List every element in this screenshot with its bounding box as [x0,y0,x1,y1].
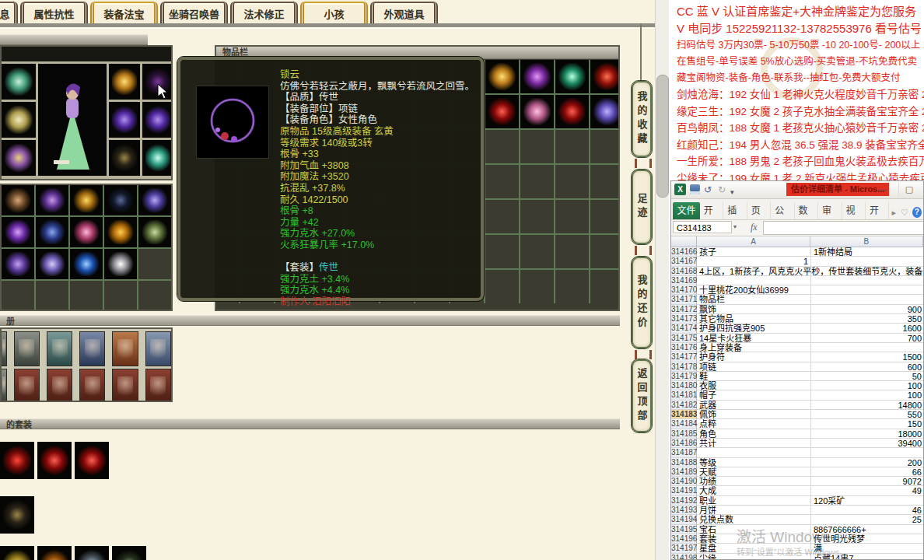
inventory-slot[interactable] [485,95,519,128]
treasure-slot[interactable] [36,249,68,279]
tab-法术修正[interactable]: 法术修正 [230,2,298,23]
cell-b[interactable]: 18000 [811,429,923,439]
ribbon-more-icon[interactable]: ▸ [889,205,898,219]
cell-a[interactable]: 1 [697,257,811,266]
row-header[interactable]: 314195 [671,525,697,534]
row-header[interactable]: 314186 [671,439,697,448]
inventory-slot[interactable] [520,270,554,303]
card-thumb[interactable] [47,369,72,402]
ribbon-tab-开发[interactable]: 开发 [866,202,889,219]
inventory-slot[interactable] [555,200,589,233]
card-thumb[interactable] [112,331,138,366]
treasure-slot[interactable] [138,281,171,311]
row-header[interactable]: 314179 [671,372,697,381]
cell-b[interactable]: 200 [811,458,923,467]
row-header[interactable]: 314173 [671,314,697,324]
inventory-slot[interactable] [555,130,589,163]
suit-item-slot[interactable] [37,546,72,560]
cell-b[interactable]: 39400 [811,439,923,448]
select-all-corner[interactable] [671,236,697,247]
card-thumb[interactable] [145,369,171,402]
inventory-slot[interactable] [520,60,554,93]
cell-b[interactable]: 120采矿 [811,496,923,506]
cell-b[interactable]: 46 [811,506,923,515]
row-header[interactable]: 314183 [671,410,697,419]
treasure-slot[interactable] [2,185,34,215]
tab-外观道具[interactable]: 外观道具 [370,2,438,23]
card-thumb-cut[interactable] [2,369,7,402]
cell-b[interactable]: 50 [811,372,923,381]
equip-slot[interactable] [109,64,140,100]
inventory-slot[interactable] [485,270,519,303]
treasure-slot[interactable] [138,249,171,279]
row-header[interactable]: 314196 [671,534,697,544]
cell-a[interactable]: 衣服 [697,381,811,390]
side-tab-返回顶部[interactable]: 返回顶部 [632,359,652,432]
treasure-slot[interactable] [2,281,34,311]
row-header[interactable]: 314166 [671,247,697,257]
cell-b[interactable]: 150 [811,419,923,429]
treasure-slot[interactable] [104,249,137,279]
cell-a[interactable]: 物品栏 [697,295,811,304]
cell-a[interactable]: 其它物品 [697,314,811,324]
inventory-slot[interactable] [590,270,620,303]
cell-a[interactable]: 天赋 [697,467,811,477]
treasure-slot[interactable] [70,249,103,279]
row-header[interactable]: 314191 [671,486,697,495]
heart-icon[interactable]: ♡ [898,205,911,219]
cell-a[interactable]: 14星卡火狂暴 [697,334,811,343]
row-header[interactable]: 314194 [671,515,697,524]
row-header[interactable]: 314193 [671,506,697,515]
inventory-slot[interactable] [485,60,519,93]
inventory-slot[interactable] [590,235,620,268]
treasure-slot[interactable] [138,185,171,215]
treasure-slot[interactable] [70,281,103,311]
row-header[interactable]: 314187 [671,448,697,457]
inventory-slot[interactable] [520,165,554,198]
cell-a[interactable]: 帽子 [697,390,811,400]
inventory-slot[interactable] [555,60,589,93]
treasure-slot[interactable] [36,217,68,247]
cell-a[interactable]: 职业 [697,496,811,506]
cell-b[interactable]: 700 [811,334,923,343]
ribbon-tab-插入[interactable]: 插入 [723,202,747,219]
cell-a[interactable]: 角色 [697,429,811,439]
row-header[interactable]: 314190 [671,477,697,486]
inventory-slot[interactable] [555,165,589,198]
row-header[interactable]: 314176 [671,343,697,352]
equip-slot[interactable] [109,140,140,176]
cell-b[interactable]: 1600 [811,324,923,333]
inventory-slot[interactable] [555,270,589,303]
row-header[interactable]: 314184 [671,419,697,429]
inventory-slot[interactable] [590,130,620,163]
cell-b[interactable] [811,285,923,295]
equip-slot[interactable] [142,102,173,138]
cell-b[interactable]: 25 [811,515,923,524]
inventory-slot[interactable] [590,95,620,128]
row-header[interactable]: 314177 [671,352,697,362]
row-header[interactable]: 314198 [671,554,697,560]
treasure-slot[interactable] [70,185,103,215]
inventory-slot[interactable] [520,200,554,233]
row-header[interactable]: 314171 [671,295,697,304]
treasure-slot[interactable] [104,281,137,311]
file-tab[interactable]: 文件 [673,202,700,219]
row-header[interactable]: 314189 [671,467,697,477]
cell-a[interactable]: 点粹 [697,419,811,429]
page-scrollbar[interactable] [655,0,669,560]
equip-slot[interactable] [2,64,36,100]
cell-a[interactable]: 护身四抗强克905 [697,324,811,333]
cell-b[interactable]: 9072 [811,477,923,486]
card-thumb[interactable] [79,369,105,402]
row-header[interactable]: 314181 [671,390,697,400]
row-header[interactable]: 314192 [671,496,697,506]
cell-a[interactable]: 武器 [697,401,811,410]
tab-装备法宝[interactable]: 装备法宝 [90,2,158,23]
inventory-slot[interactable] [555,235,589,268]
treasure-slot[interactable] [138,217,171,247]
fx-icon[interactable]: fx [751,222,758,233]
inventory-slot[interactable] [485,200,519,233]
cell-b[interactable]: 100 [811,390,923,400]
card-thumb[interactable] [14,331,40,366]
inventory-slot[interactable] [485,165,519,198]
